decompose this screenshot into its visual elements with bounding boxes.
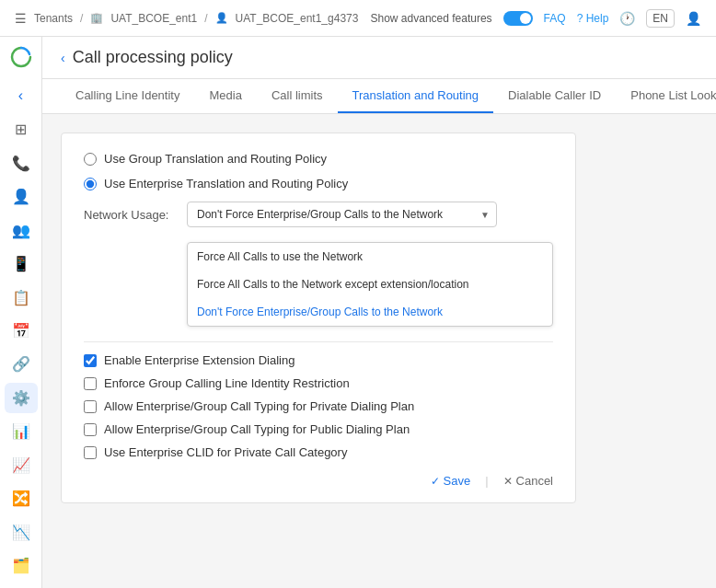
cancel-x-icon: ✕ [503, 475, 513, 488]
form-card: Use Group Translation and Routing Policy… [61, 133, 576, 503]
show-advanced-label: Show advanced features [371, 12, 492, 25]
action-row: ✓ Save | ✕ Cancel [84, 474, 553, 488]
checkbox-label-3: Allow Enterprise/Group Call Typing for P… [104, 422, 410, 436]
sidebar-item-devices[interactable]: 📱 [5, 248, 38, 278]
faq-link[interactable]: FAQ [544, 12, 566, 25]
network-usage-field: Network Usage: Force All Calls to use th… [84, 202, 553, 227]
breadcrumb-icon-1: 🏢 [90, 12, 103, 24]
network-usage-label: Network Usage: [84, 208, 176, 222]
radio-group-policy[interactable] [84, 153, 97, 166]
page-header: ‹ Call processing policy [42, 37, 716, 79]
radio-option-2-label: Use Enterprise Translation and Routing P… [104, 177, 348, 190]
sidebar-item-calls[interactable]: 📞 [5, 148, 38, 178]
radio-option-1-row: Use Group Translation and Routing Policy [84, 152, 553, 166]
cancel-button[interactable]: ✕ Cancel [503, 474, 553, 488]
page-title: Call processing policy [73, 48, 233, 67]
checkbox-enforce-group[interactable] [84, 377, 97, 390]
checkbox-label-4: Use Enterprise CLID for Private Call Cat… [104, 445, 347, 459]
help-link[interactable]: ? Help [577, 12, 609, 25]
main-content: ‹ Call processing policy Calling Line Id… [42, 37, 716, 588]
network-usage-dropdown-menu: Force All Calls to use the Network Force… [187, 242, 553, 327]
app-logo [8, 44, 34, 70]
breadcrumb-icon-2: 👤 [215, 12, 228, 24]
network-usage-select[interactable]: Force All Calls to use the Network Force… [187, 202, 497, 227]
tab-dialable-caller-id[interactable]: Dialable Caller ID [493, 79, 616, 113]
checkbox-enterprise-clid[interactable] [84, 446, 97, 459]
divider [84, 341, 553, 342]
checkbox-row-1: Enforce Group Calling Line Identity Rest… [84, 376, 553, 390]
radio-option-2-row: Use Enterprise Translation and Routing P… [84, 177, 553, 190]
user-icon[interactable]: 👤 [686, 11, 701, 26]
topbar-left: ☰ Tenants / 🏢 UAT_BCOE_ent1 / 👤 UAT_BCOE… [15, 11, 358, 26]
sidebar-item-groups[interactable]: 👥 [5, 215, 38, 245]
advanced-features-toggle[interactable] [503, 11, 533, 26]
save-check-icon: ✓ [431, 475, 440, 488]
save-button[interactable]: ✓ Save [431, 474, 471, 488]
topbar: ☰ Tenants / 🏢 UAT_BCOE_ent1 / 👤 UAT_BCOE… [0, 0, 716, 37]
language-button[interactable]: EN [646, 9, 675, 28]
content-area: Use Group Translation and Routing Policy… [42, 114, 716, 588]
breadcrumb-tenants[interactable]: Tenants [34, 12, 73, 25]
radio-enterprise-policy[interactable] [84, 178, 97, 190]
breadcrumb-ent1[interactable]: UAT_BCOE_ent1 [110, 12, 197, 25]
dropdown-item-force-all[interactable]: Force All Calls to use the Network [188, 243, 552, 271]
checkbox-label-1: Enforce Group Calling Line Identity Rest… [104, 376, 350, 390]
tab-phone-list-lookup[interactable]: Phone List Lookup [616, 79, 716, 113]
sidebar-item-schedule[interactable]: 📅 [5, 316, 38, 345]
sidebar-item-dashboard[interactable]: ⊞ [5, 114, 38, 144]
sidebar-item-network[interactable]: 🔗 [5, 350, 38, 379]
network-usage-dropdown-wrapper: Force All Calls to use the Network Force… [187, 202, 497, 227]
sidebar-item-reports[interactable]: 📊 [5, 417, 38, 446]
tab-bar: Calling Line Identity Media Call limits … [42, 79, 716, 114]
checkbox-public-dialing[interactable] [84, 423, 97, 436]
radio-option-1-label: Use Group Translation and Routing Policy [104, 152, 327, 166]
sidebar-item-back[interactable]: ‹ [5, 81, 38, 110]
tab-call-limits[interactable]: Call limits [257, 79, 338, 113]
checkbox-private-dialing[interactable] [84, 400, 97, 413]
menu-icon[interactable]: ☰ [15, 11, 27, 26]
back-button[interactable]: ‹ [61, 51, 65, 65]
checkbox-enable-enterprise[interactable] [84, 354, 97, 367]
layout: ‹ ⊞ 📞 👤 👥 📱 📋 📅 🔗 ⚙️ 📊 📈 🔀 📉 🗂️ ‹ Call p… [0, 37, 716, 588]
checkbox-row-4: Use Enterprise CLID for Private Call Cat… [84, 445, 553, 459]
checkbox-row-3: Allow Enterprise/Group Call Typing for P… [84, 422, 553, 436]
tab-media[interactable]: Media [194, 79, 256, 113]
tab-translation-routing[interactable]: Translation and Routing [338, 79, 494, 113]
checkbox-label-2: Allow Enterprise/Group Call Typing for P… [104, 399, 414, 413]
checkbox-label-0: Enable Enterprise Extension Dialing [104, 353, 294, 367]
tab-calling-line-identity[interactable]: Calling Line Identity [61, 79, 194, 113]
history-icon[interactable]: 🕐 [619, 11, 635, 26]
checkbox-row-0: Enable Enterprise Extension Dialing [84, 353, 553, 367]
sidebar-item-analytics[interactable]: 📈 [5, 450, 38, 479]
sidebar-item-routing[interactable]: 🔀 [5, 484, 38, 513]
sidebar: ‹ ⊞ 📞 👤 👥 📱 📋 📅 🔗 ⚙️ 📊 📈 🔀 📉 🗂️ [0, 37, 42, 588]
sidebar-item-stats[interactable]: 📉 [5, 517, 38, 547]
sidebar-item-users[interactable]: 👤 [5, 181, 38, 211]
breadcrumb-g4373[interactable]: UAT_BCOE_ent1_g4373 [236, 12, 359, 25]
dropdown-item-dont-force[interactable]: Don't Force Enterprise/Group Calls to th… [188, 298, 552, 326]
topbar-right: Show advanced features FAQ ? Help 🕐 EN 👤 [371, 9, 701, 28]
dropdown-item-force-except[interactable]: Force All Calls to the Network except ex… [188, 271, 552, 298]
sidebar-item-settings[interactable]: ⚙️ [5, 383, 38, 412]
checkbox-row-2: Allow Enterprise/Group Call Typing for P… [84, 399, 553, 413]
sidebar-item-lists[interactable]: 🗂️ [5, 551, 38, 581]
sidebar-item-policies[interactable]: 📋 [5, 282, 38, 312]
dropdown-menu-container: Force All Calls to use the Network Force… [187, 242, 553, 327]
